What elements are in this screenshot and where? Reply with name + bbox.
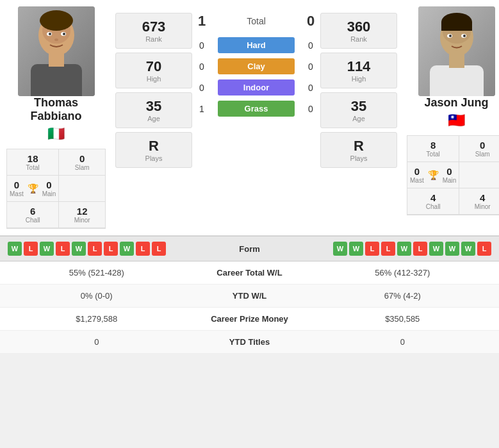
right-high-label: High: [326, 75, 391, 83]
svg-point-10: [54, 38, 58, 41]
clay-btn[interactable]: Clay: [218, 58, 295, 74]
form-badge-left: W: [8, 242, 22, 256]
player-left-total-cell: 18 Total: [7, 149, 59, 176]
right-age-block: 35 Age: [320, 92, 397, 128]
svg-rect-19: [449, 54, 464, 68]
player-right-placeholder: [459, 162, 499, 188]
player-right-minor-label: Minor: [462, 203, 499, 210]
player-left-main-label: Main: [42, 190, 56, 197]
form-badge-right: W: [349, 242, 363, 256]
player-left-slam-cell: 0 Slam: [59, 149, 105, 176]
center-plays-block: R Plays: [115, 132, 192, 168]
player-right-total-label: Total: [410, 151, 456, 158]
stats-row-right-value: 56% (412-327): [314, 268, 492, 278]
center-rank-value: 673: [121, 19, 186, 35]
player-left-chall-label: Chall: [10, 217, 56, 224]
player-right-section: Taiwan Mobile: [400, 6, 499, 229]
stats-row: 0YTD Titles0: [0, 331, 499, 354]
stats-row-left-value: 55% (521-428): [8, 268, 186, 278]
player-right-total-cell: 8 Total: [407, 136, 459, 162]
player-left-minor-value: 12: [61, 206, 102, 217]
form-badge-left: L: [104, 242, 118, 256]
form-badge-left: W: [120, 242, 134, 256]
form-badge-left: W: [72, 242, 86, 256]
svg-point-3: [40, 10, 73, 31]
center-age-block: 35 Age: [115, 92, 192, 128]
total-label: Total: [224, 16, 288, 26]
player-right-name: Jason Jung: [424, 96, 488, 110]
player-right-name-box: Jason Jung 🇹🇼: [424, 96, 488, 129]
court-section: 1 Total 0 0 Hard 0 0 Clay 0: [192, 6, 320, 122]
form-badge-right: W: [397, 242, 411, 256]
player-right-mast-cell: 0 Mast 🏆 0 Main: [407, 162, 459, 188]
svg-rect-18: [430, 65, 484, 96]
form-section: WLWLWLLWLL Form WWLLWLWWWL: [0, 236, 499, 261]
form-badge-left: L: [88, 242, 102, 256]
player-left-total-value: 18: [10, 153, 56, 164]
middle-col: 673 Rank 70 High 35 Age R Plays: [112, 6, 400, 229]
indoor-btn[interactable]: Indoor: [218, 79, 295, 95]
grass-score-left: 1: [195, 104, 208, 114]
player-left-name: Thomas: [31, 96, 82, 110]
player-left-chall-value: 6: [10, 206, 56, 217]
right-age-label: Age: [326, 115, 391, 122]
stats-row-left-value: 0: [8, 337, 186, 347]
total-score-right: 0: [301, 13, 320, 29]
indoor-score-left: 0: [195, 83, 208, 93]
right-high-block: 114 High: [320, 53, 397, 88]
form-badge-right: W: [461, 242, 475, 256]
player-right-slam-label: Slam: [462, 151, 499, 158]
svg-point-23: [463, 35, 466, 37]
player-left-minor-cell: 12 Minor: [59, 202, 105, 228]
form-badge-right: W: [429, 242, 443, 256]
player-right-minor-cell: 4 Minor: [459, 188, 499, 215]
form-badge-right: L: [413, 242, 427, 256]
form-badge-left: W: [40, 242, 54, 256]
hard-score-left: 0: [195, 40, 208, 51]
grass-score-right: 0: [304, 104, 317, 114]
player-left-section: Thomas Fabbiano 🇮🇹 18 Total 0 Slam 0 Mas…: [0, 6, 112, 229]
right-plays-block: R Plays: [320, 132, 397, 168]
center-plays-value: R: [121, 138, 186, 154]
right-rank-label: Rank: [326, 35, 391, 43]
form-badge-right: W: [333, 242, 347, 256]
grass-btn[interactable]: Grass: [218, 101, 295, 117]
player-left-name-box: Thomas Fabbiano 🇮🇹: [31, 96, 82, 142]
form-badge-right: W: [445, 242, 459, 256]
total-score-left: 1: [192, 13, 211, 29]
stats-row-label: YTD W/L: [186, 291, 314, 301]
svg-point-22: [449, 35, 452, 37]
player-left-mast-value: 0: [10, 179, 24, 190]
player-left-minor-label: Minor: [61, 217, 102, 224]
right-col-stats: 360 Rank 114 High 35 Age R Plays: [320, 13, 397, 168]
trophy-left-icon: 🏆: [28, 183, 38, 194]
trophy-right-icon: 🏆: [428, 170, 439, 180]
svg-rect-5: [49, 53, 64, 67]
hard-btn[interactable]: Hard: [218, 37, 295, 53]
stats-row-label: Career Total W/L: [186, 268, 314, 278]
right-high-value: 114: [326, 58, 391, 75]
form-badge-left: L: [56, 242, 70, 256]
center-high-label: High: [121, 75, 186, 83]
stats-table: 55% (521-428)Career Total W/L56% (412-32…: [0, 261, 499, 354]
player-left-info-grid: 18 Total 0 Slam 0 Mast 🏆 0 Main: [6, 149, 106, 229]
stats-row-right-value: 67% (4-2): [314, 291, 492, 301]
center-age-value: 35: [121, 98, 186, 115]
player-right-chall-cell: 4 Chall: [407, 188, 459, 215]
stats-row-label: YTD Titles: [186, 337, 314, 347]
player-right-chall-value: 4: [410, 192, 456, 203]
center-left-stats: 673 Rank 70 High 35 Age R Plays: [115, 13, 192, 168]
player-right-mast-value: 0: [410, 166, 424, 177]
right-age-value: 35: [326, 98, 391, 115]
total-row: 1 Total 0: [192, 13, 320, 29]
form-badge-left: L: [152, 242, 166, 256]
player-left-slam-label: Slam: [61, 164, 102, 171]
player-left-chall-cell: 6 Chall: [7, 202, 59, 228]
form-badge-right: L: [477, 242, 491, 256]
clay-score-right: 0: [304, 62, 317, 72]
stats-row-right-value: $350,585: [314, 314, 492, 324]
stats-row-left-value: $1,279,588: [8, 314, 186, 324]
form-badge-left: L: [24, 242, 38, 256]
svg-rect-17: [441, 22, 472, 31]
player-left-placeholder: [59, 176, 105, 202]
